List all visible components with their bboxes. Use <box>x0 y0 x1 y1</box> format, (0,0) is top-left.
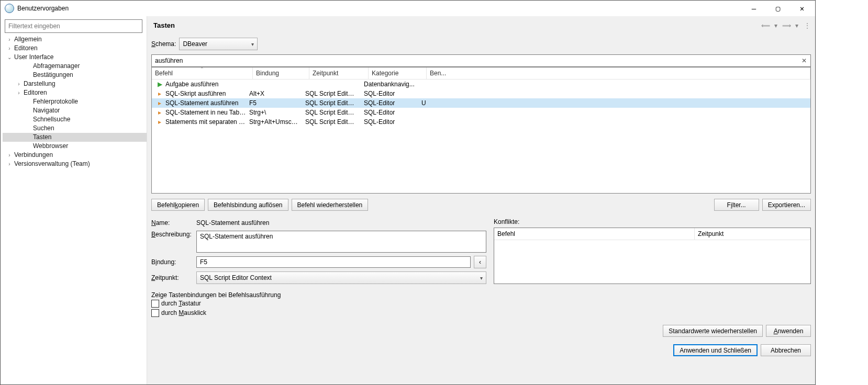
tree-item[interactable]: Bestätigungen <box>3 71 147 80</box>
cell-command: Aufgabe ausführen <box>165 81 218 88</box>
table-row[interactable]: ▶Aufgabe ausführenDatenbanknavig... <box>152 80 810 89</box>
conflicts-col-command[interactable]: Befehl <box>494 228 695 240</box>
chevron-right-icon[interactable]: › <box>15 88 23 97</box>
apply-button[interactable]: Anwenden <box>766 325 811 337</box>
clear-search-icon[interactable]: ✕ <box>799 56 809 65</box>
col-category[interactable]: Kategorie <box>369 67 427 79</box>
checkbox-icon[interactable] <box>151 300 159 308</box>
table-row[interactable]: ▸SQL-Statement ausführenF5SQL Script Edi… <box>152 98 810 108</box>
tree-item-label: Schnellsuche <box>33 115 70 124</box>
tree-item[interactable]: ›Darstellung <box>3 80 147 88</box>
checkbox-icon[interactable] <box>151 309 159 317</box>
through-mouse-label: durch Mausklick <box>161 309 206 316</box>
export-button[interactable]: Exportieren... <box>762 199 811 211</box>
tree-item-label: Allgemein <box>14 35 42 44</box>
page-header: Tasten ⟸ ▾ ⟹ ▾ ⋮ <box>147 16 815 35</box>
tree-item[interactable]: Schnellsuche <box>3 115 147 124</box>
sql-icon: ▸ <box>156 90 163 97</box>
restore-command-button[interactable]: Befehl wiederherstellen <box>292 199 369 211</box>
tree-item-label: Versionsverwaltung (Team) <box>14 160 90 168</box>
tree-item[interactable]: Suchen <box>3 124 147 133</box>
cell-category: SQL-Editor <box>361 90 418 97</box>
tree-item[interactable]: ›Allgemein <box>3 35 147 44</box>
copy-command-button[interactable]: Befehl kopieren <box>151 199 205 211</box>
description-text: SQL-Statement ausführen <box>196 231 486 253</box>
restore-defaults-button[interactable]: Standardwerte wiederherstellen <box>663 325 763 337</box>
tree-item-label: Editoren <box>24 88 47 97</box>
table-row[interactable]: ▸SQL-Statement in neu Tab ausStrg+\SQL S… <box>152 108 810 117</box>
filters-button[interactable]: Filter... <box>714 199 759 211</box>
page-footer: Standardwerte wiederherstellen Anwenden <box>151 325 811 337</box>
back-dd-icon[interactable]: ▾ <box>772 22 780 29</box>
through-mouse-row[interactable]: durch Mausklick <box>151 308 811 318</box>
minimize-button[interactable]: — <box>742 1 766 16</box>
cell-user: U <box>418 99 810 107</box>
chevron-right-icon[interactable]: › <box>6 44 13 53</box>
tree-item[interactable]: ›Editoren <box>3 44 147 53</box>
cell-binding: Strg+\ <box>246 109 302 116</box>
binding-aux-button[interactable]: ‹ <box>474 256 486 268</box>
maximize-button[interactable]: ▢ <box>766 1 790 16</box>
col-binding[interactable]: Bindung <box>253 67 309 79</box>
when-combo[interactable]: SQL Script Editor Context <box>196 271 486 284</box>
preferences-tree[interactable]: ›Allgemein›Editoren⌄User InterfaceAbfrag… <box>1 35 147 168</box>
menu-icon[interactable]: ⋮ <box>804 22 811 29</box>
command-search-input[interactable] <box>151 54 811 67</box>
cell-command: SQL-Skript ausführen <box>165 90 226 97</box>
conflicts-panel: Konflikte: Befehl Zeitpunkt <box>494 218 811 284</box>
preferences-window: Benutzervorgaben — ▢ ✕ ›Allgemein›Editor… <box>0 0 816 385</box>
tree-item[interactable]: ›Versionsverwaltung (Team) <box>3 160 147 168</box>
sql-icon: ▸ <box>156 109 163 116</box>
table-row[interactable]: ▸Statements mit separaten ErgStrg+Alt+Um… <box>152 117 810 127</box>
tree-item[interactable]: Tasten <box>3 133 147 142</box>
unbind-button[interactable]: Befehlsbindung auflösen <box>208 199 288 211</box>
tree-item-label: Abfragemanager <box>33 62 80 71</box>
chevron-right-icon[interactable]: › <box>6 35 13 44</box>
tree-item[interactable]: Abfragemanager <box>3 62 147 71</box>
sql-icon: ▸ <box>156 99 163 107</box>
when-value: SQL Script Editor Context <box>200 274 272 281</box>
tree-item[interactable]: ⌄User Interface <box>3 53 147 62</box>
scheme-combo[interactable]: DBeaver <box>179 38 258 50</box>
col-user[interactable]: Ben... <box>427 67 810 79</box>
cancel-button[interactable]: Abbrechen <box>761 344 811 356</box>
cell-when: SQL Script Editor... <box>302 99 361 107</box>
tree-item-label: User Interface <box>14 53 53 62</box>
cell-when: SQL Script Editor... <box>302 90 361 97</box>
chevron-down-icon[interactable]: ⌄ <box>6 53 13 62</box>
tree-item[interactable]: ›Editoren <box>3 88 147 97</box>
cell-command: Statements mit separaten Erg <box>165 118 246 126</box>
chevron-right-icon[interactable]: › <box>6 160 13 168</box>
cell-binding: Strg+Alt+Umsch... <box>246 118 302 126</box>
cell-command: SQL-Statement in neu Tab aus <box>165 109 246 116</box>
app-icon <box>5 4 14 13</box>
sql-icon: ▸ <box>156 118 163 126</box>
chevron-right-icon[interactable]: › <box>15 80 23 88</box>
tree-item[interactable]: Webbrowser <box>3 142 147 151</box>
table-body[interactable]: ▶Aufgabe ausführenDatenbanknavig...▸SQL-… <box>152 80 810 193</box>
forward-dd-icon[interactable]: ▾ <box>793 22 800 29</box>
back-icon[interactable]: ⟸ <box>762 22 769 29</box>
name-label: Name: <box>151 219 193 227</box>
forward-icon[interactable]: ⟹ <box>783 22 790 29</box>
tree-item-label: Darstellung <box>24 80 55 88</box>
window-title: Benutzervorgaben <box>17 5 742 12</box>
col-command[interactable]: Befehl <box>152 67 253 79</box>
conflicts-col-when[interactable]: Zeitpunkt <box>695 228 810 240</box>
close-button[interactable]: ✕ <box>790 1 814 16</box>
through-keyboard-row[interactable]: durch Tastatur <box>151 299 811 308</box>
col-when[interactable]: Zeitpunkt <box>309 67 369 79</box>
tree-item-label: Fehlerprotokolle <box>33 97 78 106</box>
cell-category: SQL-Editor <box>361 118 418 126</box>
sidebar: ›Allgemein›Editoren⌄User InterfaceAbfrag… <box>1 16 147 384</box>
tree-filter-input[interactable] <box>5 19 142 33</box>
cell-command: SQL-Statement ausführen <box>165 99 238 107</box>
tree-item[interactable]: Navigator <box>3 106 147 115</box>
chevron-right-icon[interactable]: › <box>6 151 13 160</box>
tree-item[interactable]: ›Verbindungen <box>3 151 147 160</box>
binding-input[interactable] <box>196 256 471 268</box>
scheme-value: DBeaver <box>183 40 207 48</box>
apply-close-button[interactable]: Anwenden und Schließen <box>673 344 758 356</box>
tree-item[interactable]: Fehlerprotokolle <box>3 97 147 106</box>
table-row[interactable]: ▸SQL-Skript ausführenAlt+XSQL Script Edi… <box>152 89 810 98</box>
